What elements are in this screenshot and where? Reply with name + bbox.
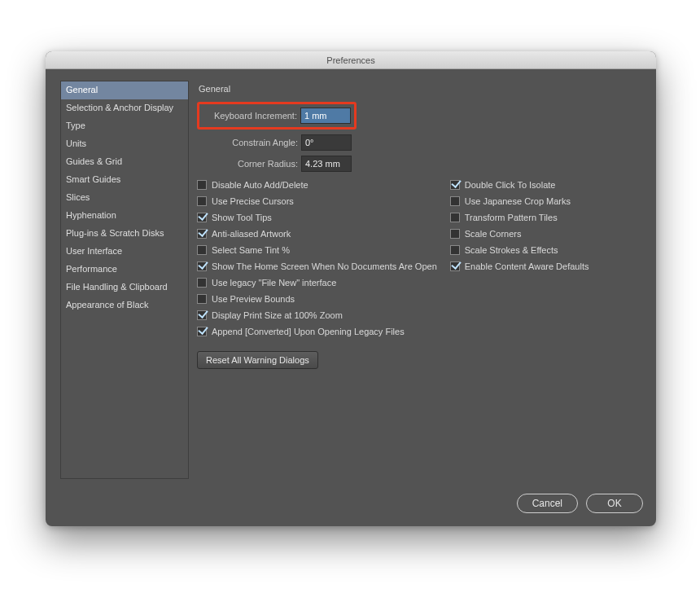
checkbox-label: Double Click To Isolate xyxy=(465,180,556,190)
checkbox-left-2[interactable] xyxy=(197,213,207,222)
sidebar-item-plug-ins-scratch-disks[interactable]: Plug-ins & Scratch Disks xyxy=(61,225,188,243)
check-right-1[interactable]: Use Japanese Crop Marks xyxy=(450,196,589,206)
check-right-0[interactable]: Double Click To Isolate xyxy=(450,180,589,190)
check-right-4[interactable]: Scale Strokes & Effects xyxy=(450,245,589,255)
checkbox-left-column: Disable Auto Add/DeleteUse Precise Curso… xyxy=(197,180,437,336)
check-left-6[interactable]: Use legacy "File New" interface xyxy=(197,278,437,288)
window-title: Preferences xyxy=(326,55,374,65)
check-right-3[interactable]: Scale Corners xyxy=(450,229,589,239)
checkbox-left-9[interactable] xyxy=(197,327,207,336)
sidebar-item-appearance-of-black[interactable]: Appearance of Black xyxy=(61,296,188,314)
checkbox-label: Show Tool Tips xyxy=(212,213,272,222)
sidebar-item-performance[interactable]: Performance xyxy=(61,261,188,279)
checkbox-left-6[interactable] xyxy=(197,278,207,288)
sidebar-item-general[interactable]: General xyxy=(61,81,188,99)
check-left-0[interactable]: Disable Auto Add/Delete xyxy=(197,180,437,190)
checkbox-label: Use Japanese Crop Marks xyxy=(465,196,571,206)
checkbox-label: Use Preview Bounds xyxy=(212,294,295,304)
checkbox-right-5[interactable] xyxy=(450,261,460,271)
reset-warnings-button[interactable]: Reset All Warning Dialogs xyxy=(197,351,318,369)
corner-radius-label: Corner Radius: xyxy=(200,159,298,169)
checkbox-left-1[interactable] xyxy=(197,196,207,206)
checkbox-label: Transform Pattern Tiles xyxy=(465,213,558,222)
checkbox-label: Scale Strokes & Effects xyxy=(465,245,558,255)
keyboard-increment-label: Keyboard Increment: xyxy=(199,111,297,121)
check-right-5[interactable]: Enable Content Aware Defaults xyxy=(450,261,589,271)
checkbox-right-4[interactable] xyxy=(450,245,460,255)
sidebar-item-selection-anchor-display[interactable]: Selection & Anchor Display xyxy=(61,99,188,117)
sidebar-item-hyphenation[interactable]: Hyphenation xyxy=(61,207,188,225)
checkbox-left-4[interactable] xyxy=(197,245,207,255)
constrain-angle-label: Constrain Angle: xyxy=(200,138,298,147)
checkbox-label: Use legacy "File New" interface xyxy=(212,278,336,288)
checkbox-left-3[interactable] xyxy=(197,229,207,239)
check-left-1[interactable]: Use Precise Cursors xyxy=(197,196,437,206)
dialog-footer: Cancel OK xyxy=(46,487,656,526)
titlebar: Preferences xyxy=(46,51,656,69)
checkbox-label: Anti-aliased Artwork xyxy=(212,229,291,239)
check-left-3[interactable]: Anti-aliased Artwork xyxy=(197,229,437,239)
constrain-angle-input[interactable] xyxy=(301,134,352,151)
checkbox-label: Disable Auto Add/Delete xyxy=(212,180,308,190)
check-left-9[interactable]: Append [Converted] Upon Opening Legacy F… xyxy=(197,327,437,336)
checkbox-left-7[interactable] xyxy=(197,294,207,304)
ok-button[interactable]: OK xyxy=(586,494,643,513)
general-panel: General Keyboard Increment: Constrain An… xyxy=(197,81,643,479)
panel-title: General xyxy=(199,84,643,94)
cancel-button[interactable]: Cancel xyxy=(517,494,578,513)
checkbox-label: Select Same Tint % xyxy=(212,245,290,255)
sidebar-item-units[interactable]: Units xyxy=(61,135,188,153)
sidebar-item-guides-grid[interactable]: Guides & Grid xyxy=(61,153,188,171)
checkbox-left-8[interactable] xyxy=(197,310,207,320)
sidebar-item-file-handling-clipboard[interactable]: File Handling & Clipboard xyxy=(61,279,188,296)
sidebar-item-type[interactable]: Type xyxy=(61,117,188,135)
sidebar-item-smart-guides[interactable]: Smart Guides xyxy=(61,171,188,189)
corner-radius-input[interactable] xyxy=(301,156,352,172)
checkbox-left-0[interactable] xyxy=(197,180,207,190)
checkbox-right-2[interactable] xyxy=(450,213,460,222)
checkbox-right-1[interactable] xyxy=(450,196,460,206)
check-left-5[interactable]: Show The Home Screen When No Documents A… xyxy=(197,261,437,271)
content-area: GeneralSelection & Anchor DisplayTypeUni… xyxy=(46,69,656,487)
checkbox-label: Scale Corners xyxy=(465,229,522,239)
checkbox-label: Show The Home Screen When No Documents A… xyxy=(212,261,437,271)
checkbox-right-3[interactable] xyxy=(450,229,460,239)
check-left-4[interactable]: Select Same Tint % xyxy=(197,245,437,255)
sidebar-item-slices[interactable]: Slices xyxy=(61,189,188,207)
keyboard-increment-highlight: Keyboard Increment: xyxy=(197,102,357,130)
checkbox-grid: Disable Auto Add/DeleteUse Precise Curso… xyxy=(197,180,643,336)
checkbox-right-column: Double Click To IsolateUse Japanese Crop… xyxy=(450,180,589,336)
checkbox-right-0[interactable] xyxy=(450,180,460,190)
sidebar: GeneralSelection & Anchor DisplayTypeUni… xyxy=(60,81,189,479)
sidebar-item-user-interface[interactable]: User Interface xyxy=(61,243,188,261)
checkbox-label: Display Print Size at 100% Zoom xyxy=(212,310,343,320)
checkbox-label: Enable Content Aware Defaults xyxy=(465,261,589,271)
checkbox-label: Use Precise Cursors xyxy=(212,196,294,206)
preferences-window: Preferences GeneralSelection & Anchor Di… xyxy=(46,51,656,526)
check-left-8[interactable]: Display Print Size at 100% Zoom xyxy=(197,310,437,320)
keyboard-increment-input[interactable] xyxy=(300,108,351,124)
check-left-2[interactable]: Show Tool Tips xyxy=(197,213,437,222)
checkbox-label: Append [Converted] Upon Opening Legacy F… xyxy=(212,327,405,336)
check-left-7[interactable]: Use Preview Bounds xyxy=(197,294,437,304)
check-right-2[interactable]: Transform Pattern Tiles xyxy=(450,213,589,222)
checkbox-left-5[interactable] xyxy=(197,261,207,271)
